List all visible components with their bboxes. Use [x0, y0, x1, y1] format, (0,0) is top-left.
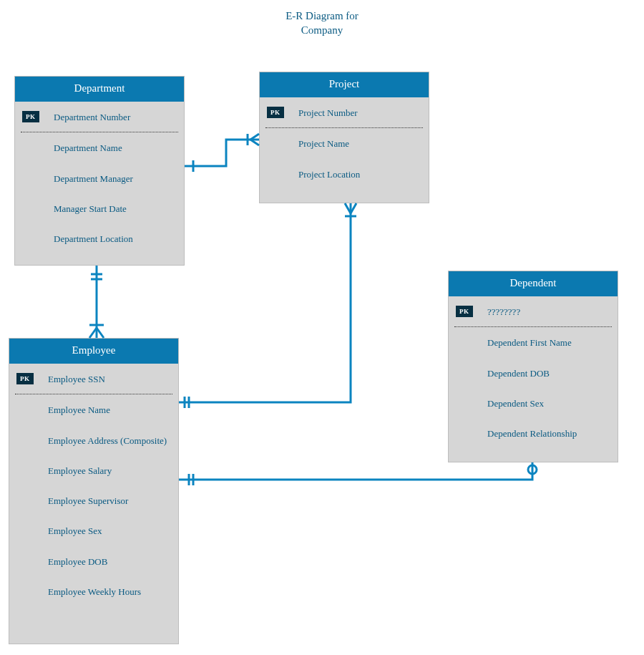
table-row: Employee Supervisor [9, 485, 178, 515]
table-row: Department Name [15, 132, 184, 162]
table-row: Dependent DOB [449, 358, 618, 388]
table-row: Dependent Sex [449, 388, 618, 418]
table-row: Employee Address (Composite) [9, 425, 178, 455]
table-row: Dependent First Name [449, 327, 618, 357]
crowfoot-icon [345, 203, 351, 213]
rel-department-project [185, 140, 259, 166]
pk-badge: PK [16, 373, 34, 384]
attr-pk: Department Number [54, 102, 184, 132]
entity-dependent: Dependent PK ???????? Dependent First Na… [448, 271, 618, 462]
diagram-title: E-R Diagram for Company [0, 9, 644, 38]
table-row: Department Location [15, 223, 184, 253]
table-row: Dependent Relationship [449, 418, 618, 448]
table-row: PK Project Number [260, 97, 429, 127]
crowfoot-icon [97, 328, 104, 338]
table-row: PK Employee SSN [9, 364, 178, 394]
title-line1: E-R Diagram for [286, 10, 358, 21]
table-row: Department Manager [15, 163, 184, 193]
table-row: Employee Name [9, 394, 178, 424]
entity-project: Project PK Project Number Project Name P… [259, 72, 429, 203]
entity-employee: Employee PK Employee SSN Employee Name E… [9, 338, 179, 644]
table-row: PK Department Number [15, 102, 184, 132]
attr-pk: Project Number [298, 97, 429, 127]
table-row: Employee Weekly Hours [9, 576, 178, 606]
rel-employee-project [179, 203, 351, 402]
entity-employee-header: Employee [9, 339, 178, 364]
pk-badge: PK [267, 107, 284, 118]
table-row: PK ???????? [449, 296, 618, 326]
crowfoot-icon [89, 328, 97, 338]
pk-badge: PK [456, 306, 473, 317]
title-line2: Company [301, 24, 343, 36]
attr-pk: Employee SSN [48, 364, 178, 394]
zero-circle-icon [528, 465, 537, 474]
table-row: Project Location [260, 159, 429, 189]
table-row: Employee Sex [9, 515, 178, 545]
table-row: Project Name [260, 128, 429, 158]
entity-dependent-header: Dependent [449, 271, 618, 296]
entity-department: Department PK Department Number Departme… [14, 76, 185, 266]
crowfoot-icon [250, 134, 259, 140]
table-row: Manager Start Date [15, 193, 184, 223]
entity-department-header: Department [15, 77, 184, 102]
crowfoot-icon [351, 203, 356, 213]
crowfoot-icon [250, 140, 259, 145]
entity-project-header: Project [260, 72, 429, 97]
table-row: Employee DOB [9, 546, 178, 576]
table-row: Employee Salary [9, 455, 178, 485]
attr-pk: ???????? [487, 296, 618, 326]
rel-employee-dependent [179, 462, 532, 480]
pk-badge: PK [22, 111, 39, 122]
